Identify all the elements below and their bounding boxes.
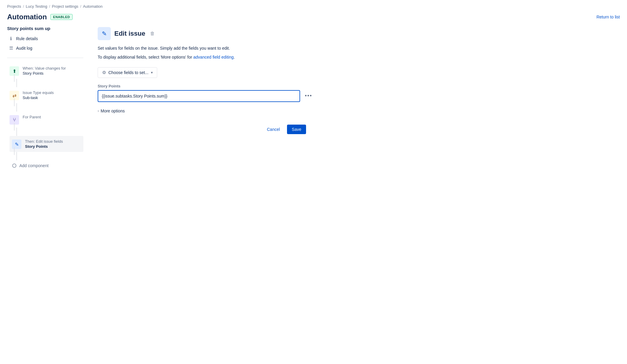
action-bar: Cancel Save bbox=[98, 122, 306, 134]
sidebar-section-title: Story points sum up bbox=[7, 26, 83, 31]
main-layout: Story points sum up ℹ Rule details ☰ Aud… bbox=[0, 26, 627, 171]
when-label: When: Value changes for bbox=[23, 66, 83, 71]
add-component-label: Add component bbox=[19, 163, 49, 168]
advanced-field-editing-link[interactable]: advanced field editing bbox=[193, 55, 233, 59]
breadcrumb-projects[interactable]: Projects bbox=[7, 4, 21, 9]
timeline-item-condition[interactable]: ⇄ Issue Type equals Sub-task bbox=[10, 87, 83, 103]
page-header-left: Automation ENABLED bbox=[7, 13, 73, 21]
condition-icon: ⇄ bbox=[10, 91, 19, 100]
edit-desc-1: Set values for fields on the issue. Simp… bbox=[98, 45, 620, 51]
timeline-content-action: Then: Edit issue fields Story Points bbox=[25, 139, 81, 149]
sidebar-nav: ℹ Rule details ☰ Audit log bbox=[7, 34, 83, 53]
breadcrumb-sep-2: / bbox=[49, 4, 50, 9]
timeline-content-when: When: Value changes for Story Points bbox=[23, 66, 83, 76]
timeline: ⬆ When: Value changes for Story Points ⇄… bbox=[7, 63, 83, 171]
timeline-content-branch: For Parent bbox=[23, 114, 83, 120]
ellipsis-button[interactable]: ••• bbox=[303, 92, 314, 100]
condition-label: Issue Type equals bbox=[23, 90, 83, 95]
connector-1 bbox=[16, 79, 17, 87]
timeline-item-when[interactable]: ⬆ When: Value changes for Story Points bbox=[10, 63, 83, 79]
delete-icon[interactable]: 🗑 bbox=[150, 31, 155, 36]
connector-3 bbox=[16, 128, 17, 136]
sidebar-item-rule-details[interactable]: ℹ Rule details bbox=[7, 34, 83, 43]
choose-fields-label: Choose fields to set... bbox=[108, 70, 149, 75]
edit-issue-header: ✎ Edit issue 🗑 bbox=[98, 27, 620, 40]
cancel-button[interactable]: Cancel bbox=[263, 125, 283, 134]
sidebar-divider bbox=[7, 58, 83, 58]
story-points-label: Story Points bbox=[98, 84, 620, 88]
edit-issue-title: Edit issue bbox=[114, 30, 145, 37]
audit-icon: ☰ bbox=[8, 46, 14, 51]
branch-icon: ⑂ bbox=[10, 115, 19, 125]
when-icon: ⬆ bbox=[10, 66, 19, 76]
sidebar-label-rule-details: Rule details bbox=[16, 36, 38, 41]
sidebar-item-audit-log[interactable]: ☰ Audit log bbox=[7, 43, 83, 53]
add-component-circle bbox=[12, 164, 16, 168]
page-header: Automation ENABLED Return to list bbox=[0, 12, 627, 26]
breadcrumb-sep-3: / bbox=[80, 4, 81, 9]
timeline-item-branch[interactable]: ⑂ For Parent bbox=[10, 112, 83, 128]
breadcrumb: Projects / Lucy Testing / Project settin… bbox=[0, 0, 627, 12]
breadcrumb-sep-1: / bbox=[23, 4, 24, 9]
chevron-right-icon: › bbox=[98, 109, 99, 113]
more-options-label: More options bbox=[101, 109, 125, 113]
timeline-content-condition: Issue Type equals Sub-task bbox=[23, 90, 83, 100]
gear-icon: ⚙ bbox=[102, 70, 106, 75]
timeline-item-action[interactable]: ✎ Then: Edit issue fields Story Points bbox=[10, 136, 83, 152]
save-button[interactable]: Save bbox=[287, 125, 306, 134]
sidebar-label-audit-log: Audit log bbox=[16, 46, 32, 51]
connector-4 bbox=[16, 152, 17, 160]
action-value: Story Points bbox=[25, 144, 81, 149]
enabled-badge: ENABLED bbox=[50, 14, 73, 20]
edit-desc-2: To display additional fields, select 'Mo… bbox=[98, 54, 620, 60]
branch-label: For Parent bbox=[23, 114, 83, 120]
breadcrumb-automation: Automation bbox=[83, 4, 103, 9]
when-value: Story Points bbox=[23, 71, 83, 76]
breadcrumb-lucy-testing[interactable]: Lucy Testing bbox=[26, 4, 47, 9]
connector-2 bbox=[16, 103, 17, 112]
return-to-list-link[interactable]: Return to list bbox=[596, 15, 620, 19]
action-label: Then: Edit issue fields bbox=[25, 139, 81, 144]
story-points-field-row: ••• bbox=[98, 90, 620, 102]
main-content: ✎ Edit issue 🗑 Set values for fields on … bbox=[91, 26, 620, 171]
sidebar: Story points sum up ℹ Rule details ☰ Aud… bbox=[7, 26, 91, 171]
story-points-input[interactable] bbox=[98, 90, 300, 102]
choose-fields-button[interactable]: ⚙ Choose fields to set... ▾ bbox=[98, 67, 157, 78]
condition-value: Sub-task bbox=[23, 95, 83, 100]
breadcrumb-project-settings[interactable]: Project settings bbox=[52, 4, 78, 9]
more-options-button[interactable]: › More options bbox=[98, 107, 125, 115]
action-icon: ✎ bbox=[12, 139, 21, 149]
edit-issue-icon: ✎ bbox=[98, 27, 111, 40]
add-component[interactable]: Add component bbox=[10, 160, 83, 171]
info-icon: ℹ bbox=[8, 36, 14, 41]
page-title: Automation bbox=[7, 13, 47, 21]
chevron-down-icon: ▾ bbox=[151, 70, 153, 75]
